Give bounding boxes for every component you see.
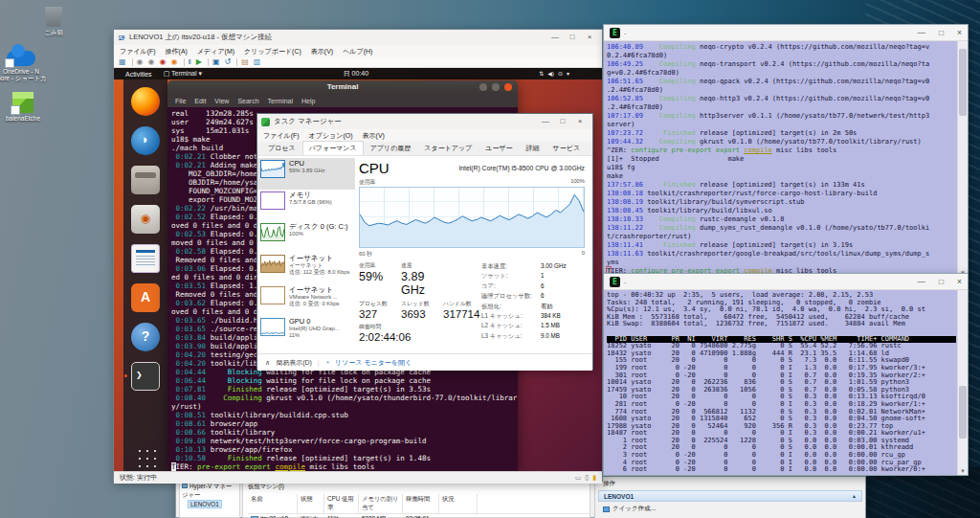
terminal-icon[interactable]: ❯ [131, 362, 160, 391]
help-icon[interactable]: ? [131, 323, 160, 351]
vm-menu-item[interactable]: 表示(V) [311, 47, 333, 56]
tm-sidebar-item-eth2[interactable]: イーサネットVMware Network ...送信: 0 受信: 0 Kbps [257, 284, 355, 316]
tab-サービス[interactable]: サービス [546, 141, 588, 155]
a-app-icon[interactable]: A [131, 283, 160, 312]
tm-menu-item[interactable]: ファイル(F) [263, 131, 300, 141]
simple-view-button[interactable]: 簡易表示(D) [276, 358, 312, 368]
terminal-menu-item[interactable]: Edit [194, 98, 206, 104]
tm-sidebar-item-eth[interactable]: イーサネットイーサネット送信: 112 受信: 8.0 Kbps [257, 253, 355, 284]
terminal-menu-item[interactable]: Help [301, 98, 315, 104]
hyperv-tree-item-lenovo1[interactable]: LENOVO1 [188, 500, 222, 508]
terminal-window-controls[interactable] [479, 83, 512, 91]
vm-table-header[interactable]: 名前状態CPU 使用率メモリの割り当て稼働時間状況 [248, 494, 590, 514]
vm-col-1[interactable]: 状態 [298, 494, 324, 513]
volume-icon[interactable]: ◀) [547, 68, 554, 79]
vm-col-5[interactable]: 状況 [439, 494, 478, 513]
hyperv-tree-root[interactable]: Hyper-V マネージャー [182, 483, 237, 500]
app-menu[interactable]: ▢ Terminal ▾ [164, 70, 202, 78]
terminal-menu-item[interactable]: Terminal [268, 98, 293, 104]
close-icon[interactable]: × [957, 277, 962, 286]
activities-button[interactable]: Activities [125, 71, 152, 78]
actions-group-header[interactable]: LENOVO1 ▲ [598, 490, 862, 502]
close-icon[interactable]: × [957, 28, 962, 37]
show-applications-icon[interactable] [135, 446, 156, 467]
minimize-icon[interactable]: — [546, 30, 564, 45]
tab-スタートアップ[interactable]: スタートアップ [417, 141, 479, 155]
vm-col-4[interactable]: 稼働時間 [403, 494, 439, 513]
tm-menu-item[interactable]: 表示(V) [363, 131, 385, 141]
terminal-menu-item[interactable]: File [175, 98, 186, 104]
minimize-icon[interactable] [479, 83, 487, 91]
minimize-icon[interactable]: — [917, 28, 925, 37]
vm-col-0[interactable]: 名前 [248, 494, 298, 513]
close-icon[interactable] [504, 83, 512, 91]
build-terminal-output[interactable]: ▼ 106:40.89 Compiling neqo-crypto v0.2.4… [604, 41, 968, 277]
terminal-title-bar[interactable]: Terminal [167, 80, 518, 94]
wall-icon[interactable]: ▤ [241, 57, 249, 67]
vm-menu-item[interactable]: クリップボード(C) [244, 47, 301, 56]
vm-col-3[interactable]: メモリの割り当て [359, 494, 403, 513]
tm-menu-item[interactable]: オプション(O) [309, 131, 353, 141]
save-state-icon[interactable]: ◉ [171, 57, 178, 67]
maximize-icon[interactable]: □ [939, 28, 944, 37]
vm-col-2[interactable]: CPU 使用率 [324, 494, 359, 513]
vm-title-bar[interactable]: 🖳 LENOVO1 上の itsv20-u18 - 仮想マシン接続 —□× [114, 30, 602, 45]
thunderbird-icon[interactable]: ◗ [131, 126, 160, 155]
libreoffice-writer-icon[interactable] [131, 244, 160, 273]
files-icon[interactable] [131, 166, 160, 194]
desktop-icon-recycle-bin[interactable]: ごみ箱 [23, 4, 84, 37]
checkpoint-icon[interactable]: ▣ [212, 57, 220, 67]
vm-menu-item[interactable]: 操作(A) [166, 47, 188, 56]
pause-icon[interactable]: ‖ [189, 57, 191, 67]
minimize-icon[interactable]: — [537, 114, 554, 129]
firefox-icon[interactable] [131, 87, 160, 116]
maximize-icon[interactable]: □ [939, 277, 944, 286]
switch-icon[interactable]: ▦ [119, 57, 126, 67]
vm-menu-item[interactable]: ファイル(F) [120, 47, 156, 56]
chevron-down-icon[interactable]: ▾ [567, 68, 569, 79]
scrollbar-thumb[interactable] [959, 386, 967, 439]
top-terminal-controls[interactable]: —□× [917, 277, 962, 286]
tab-詳細[interactable]: 詳細 [520, 141, 546, 155]
terminal-menu-item[interactable]: View [214, 98, 229, 104]
terminal-menu-item[interactable]: Search [237, 98, 258, 104]
open-resource-monitor-link[interactable]: リソース モニターを開く [335, 358, 412, 368]
build-terminal-controls[interactable]: —□× [917, 28, 962, 37]
start-icon[interactable]: ▶ [196, 57, 202, 67]
action-quick-create[interactable]: クイック作成... [595, 502, 865, 513]
tm-sidebar-item-cpu[interactable]: CPU59% 3.89 GHz [257, 158, 355, 190]
scrollbar[interactable]: ▼ [957, 290, 968, 475]
tab-パフォーマンス[interactable]: パフォーマンス [302, 141, 364, 155]
vm-menu-item[interactable]: ヘルプ(H) [343, 47, 372, 56]
build-terminal-title-bar[interactable]: E - —□× [604, 25, 968, 41]
minimize-icon[interactable]: — [917, 277, 925, 286]
close-icon[interactable]: × [581, 30, 598, 45]
network-icon[interactable]: ⇅ [539, 68, 544, 79]
vm-window-controls[interactable]: —□× [546, 30, 598, 45]
power-icon[interactable]: ◉ [137, 57, 144, 67]
maximize-icon[interactable] [492, 83, 500, 91]
maximize-icon[interactable]: □ [554, 114, 571, 129]
tm-sidebar-item-gpu[interactable]: GPU 0Intel(R) UHD Grap...11% [257, 316, 355, 348]
tm-window-controls[interactable]: —□× [537, 114, 589, 129]
maximize-icon[interactable]: □ [564, 30, 581, 45]
vm-menu-item[interactable]: メディア(M) [197, 47, 234, 56]
clock[interactable]: 日 00:40 [344, 68, 368, 79]
tab-ユーザー[interactable]: ユーザー [479, 141, 519, 155]
enhanced-session-icon[interactable]: ▥ [254, 57, 261, 67]
desktop-icon-balena-etcher[interactable]: balenaEtche [0, 92, 54, 122]
turn-off-icon[interactable]: ◉ [160, 57, 167, 67]
collapse-icon[interactable]: ▲ [852, 493, 857, 499]
top-terminal-output[interactable]: ▼ top - 00:40:32 up 2:35, 5 users, load … [604, 290, 968, 475]
cpu-usage-graph[interactable] [359, 187, 585, 248]
top-terminal-title-bar[interactable]: E - —□× [604, 274, 968, 290]
revert-icon[interactable]: ↺ [225, 57, 232, 67]
scrollbar[interactable]: ▼ [957, 41, 968, 277]
rhythmbox-icon[interactable]: ◉ [131, 205, 160, 234]
tab-プロセス[interactable]: プロセス [261, 141, 302, 155]
scrollbar-thumb[interactable] [959, 49, 967, 116]
tm-sidebar-item-disk[interactable]: ディスク 0 (G: C:)100% [257, 221, 355, 253]
tab-アプリの履歴[interactable]: アプリの履歴 [364, 141, 418, 155]
scroll-down-icon[interactable]: ▼ [960, 468, 966, 474]
close-icon[interactable]: × [571, 114, 589, 129]
